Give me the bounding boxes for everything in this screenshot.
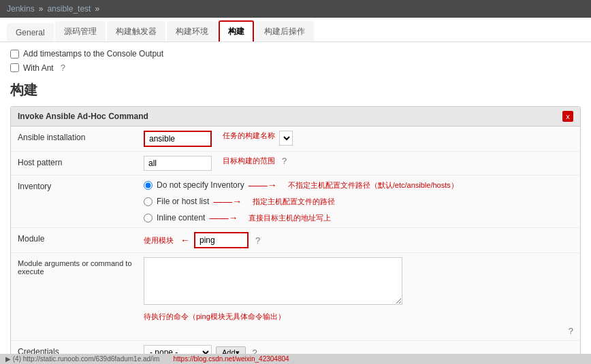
inventory-annotation-1: 不指定主机配置文件路径（默认/etc/ansible/hosts）: [288, 180, 458, 191]
tab-build-env[interactable]: 构建环境: [167, 21, 217, 42]
panel-close-button[interactable]: x: [562, 111, 573, 122]
inventory-arrow-1: ——→: [249, 180, 277, 191]
module-input[interactable]: [194, 232, 249, 248]
inventory-radio-2-row: File or host list ——→ 指定主机配置文件的路径: [144, 196, 335, 207]
inventory-option-2-label: File or host list: [157, 197, 209, 206]
jenkins-link[interactable]: Jenkins: [7, 4, 35, 14]
module-controls: 使用模块 ← ?: [144, 232, 573, 248]
checkbox-timestamps-row: Add timestamps to the Console Output: [10, 49, 581, 59]
ansible-installation-input[interactable]: [144, 131, 212, 147]
inventory-annotation-3: 直接目标主机的地址写上: [249, 213, 331, 223]
inventory-option-3-label: Inline content: [157, 213, 205, 222]
host-pattern-row: Host pattern 目标构建的范围 ?: [11, 152, 580, 176]
inventory-label: Inventory: [18, 180, 144, 191]
ansible-installation-select[interactable]: [279, 131, 293, 146]
module-annotation-arrow: ←: [180, 235, 190, 246]
checkbox-timestamps[interactable]: [10, 50, 19, 59]
ant-help-icon[interactable]: ?: [61, 63, 65, 73]
module-args-textarea[interactable]: [144, 257, 402, 305]
url-left: ▶ (4) http://static.runoob.com/639d6fadu…: [5, 355, 159, 363]
module-args-controls: 待执行的命令（ping模块无具体命令输出） ?: [144, 257, 573, 336]
checkbox-timestamps-label: Add timestamps to the Console Output: [23, 49, 163, 59]
inventory-radio-3[interactable]: [144, 214, 153, 222]
module-help-icon[interactable]: ?: [255, 235, 260, 246]
module-row: Module 使用模块 ← ?: [11, 228, 580, 253]
panel-header: Invoke Ansible Ad-Hoc Command x: [11, 107, 580, 127]
tab-bar: General 源码管理 构建触发器 构建环境 构建 构建后操作: [0, 18, 591, 42]
inventory-radio-1-row: Do not specify Inventory ——→ 不指定主机配置文件路径…: [144, 180, 458, 191]
section-title: 构建: [10, 81, 581, 99]
checkbox-ant[interactable]: [10, 63, 19, 72]
breadcrumb-bar: Jenkins » ansible_test »: [0, 0, 591, 18]
tab-source-mgmt[interactable]: 源码管理: [55, 21, 106, 42]
ansible-installation-controls: 任务的构建名称: [144, 131, 573, 147]
url-bar: ▶ (4) http://static.runoob.com/639d6fadu…: [0, 354, 591, 364]
module-args-help-icon[interactable]: ?: [569, 326, 573, 336]
inventory-option-1-label: Do not specify Inventory: [157, 180, 244, 190]
sep1: »: [39, 4, 44, 14]
project-link[interactable]: ansible_test: [47, 4, 91, 14]
ansible-installation-row: Ansible installation 任务的构建名称: [11, 127, 580, 152]
main-content: Add timestamps to the Console Output Wit…: [0, 42, 591, 364]
checkbox-ant-label: With Ant: [23, 63, 54, 73]
module-label: Module: [18, 232, 144, 244]
module-args-label: Module arguments or command to execute: [18, 257, 144, 276]
ansible-installation-label: Ansible installation: [18, 131, 144, 142]
tab-post-build[interactable]: 构建后操作: [255, 21, 314, 42]
inventory-controls: Do not specify Inventory ——→ 不指定主机配置文件路径…: [144, 180, 573, 223]
module-label-text: Module: [18, 234, 44, 244]
tab-build[interactable]: 构建: [219, 20, 254, 42]
checkbox-ant-row: With Ant ?: [10, 63, 581, 73]
panel-title: Invoke Ansible Ad-Hoc Command: [18, 112, 148, 121]
module-args-annotation: 待执行的命令（ping模块无具体命令输出）: [144, 312, 285, 322]
tab-build-triggers[interactable]: 构建触发器: [107, 21, 165, 42]
host-pattern-help-icon[interactable]: ?: [282, 156, 287, 166]
sep2: »: [95, 4, 99, 14]
inventory-radio-2[interactable]: [144, 197, 153, 206]
inventory-radio-3-row: Inline content ——→ 直接目标主机的地址写上: [144, 212, 331, 223]
inventory-arrow-2: ——→: [213, 196, 242, 207]
module-args-row: Module arguments or command to execute 待…: [11, 253, 580, 341]
inventory-row: Inventory Do not specify Inventory ——→ 不…: [11, 176, 580, 228]
module-use-annotation: 使用模块: [144, 235, 174, 246]
host-pattern-input[interactable]: [144, 156, 212, 171]
inventory-radio-1[interactable]: [144, 181, 153, 190]
url-right: https://blog.csdn.net/weixin_42304804: [173, 355, 289, 363]
tab-general[interactable]: General: [7, 23, 54, 42]
inventory-annotation-2: 指定主机配置文件的路径: [253, 197, 335, 207]
build-panel: Invoke Ansible Ad-Hoc Command x Ansible …: [10, 106, 581, 364]
host-pattern-controls: 目标构建的范围 ?: [144, 156, 573, 171]
inventory-arrow-3: ——→: [209, 212, 238, 223]
host-pattern-label: Host pattern: [18, 156, 144, 167]
host-pattern-annotation: 目标构建的范围: [223, 156, 275, 166]
ansible-installation-annotation: 任务的构建名称: [223, 131, 275, 141]
